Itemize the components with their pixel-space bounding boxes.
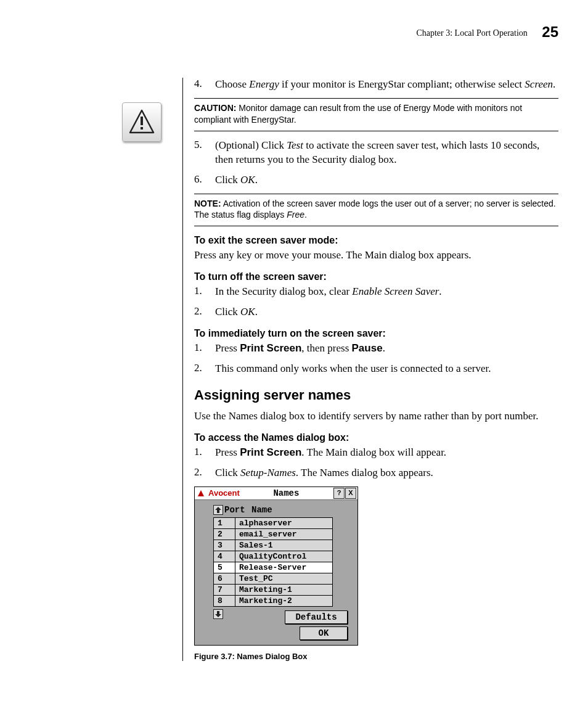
table-row[interactable]: 5Release-Server [214, 562, 333, 573]
figure-caption: Figure 3.7: Names Dialog Box [194, 652, 558, 661]
col-port[interactable]: Port [224, 505, 251, 515]
step-5: 5. (Optional) Click Test to activate the… [194, 139, 558, 167]
port-cell: 2 [214, 528, 235, 540]
table-row[interactable]: 7Marketing-1 [214, 584, 333, 595]
page-header: Chapter 3: Local Port Operation 25 [30, 23, 558, 41]
name-cell: alphaserver [235, 517, 333, 528]
sort-icon[interactable] [213, 505, 223, 515]
port-cell: 5 [214, 562, 235, 573]
name-cell: Test_PC [235, 573, 333, 584]
svg-marker-4 [215, 507, 221, 513]
turnoff-step-1: 1. In the Security dialog box, clear Ena… [194, 285, 558, 299]
step-text: (Optional) Click Test to activate the sc… [215, 139, 558, 167]
col-name[interactable]: Name [251, 505, 272, 515]
table-row[interactable]: 3Sales-1 [214, 540, 333, 551]
caution-icon [122, 102, 161, 142]
step-text: Choose Energy if your monitor is EnergyS… [215, 78, 558, 92]
access-step-2: 2. Click Setup-Names. The Names dialog b… [194, 466, 558, 480]
note-label: NOTE: [194, 199, 221, 208]
ok-button[interactable]: OK [300, 626, 348, 640]
table-row[interactable]: 2email_server [214, 528, 333, 540]
note-callout: NOTE: Activation of the screen saver mod… [194, 194, 558, 227]
name-cell: Marketing-2 [235, 595, 333, 606]
defaults-button[interactable]: Defaults [285, 610, 348, 624]
port-cell: 8 [214, 595, 235, 606]
vertical-rule [182, 78, 189, 661]
names-table: 1alphaserver2email_server3Sales-14Qualit… [213, 517, 333, 607]
turnon-step-1: 1. Press Print Screen, then press Pause. [194, 342, 558, 356]
turnoff-step-2: 2. Click OK. [194, 305, 558, 319]
brand-logo-icon [196, 488, 206, 498]
port-cell: 6 [214, 573, 235, 584]
dialog-titlebar: Avocent Names ? X [195, 487, 357, 500]
subhead-turnoff: To turn off the screen saver: [194, 271, 558, 282]
subhead-turnon: To immediately turn on the screen saver: [194, 328, 558, 339]
column-headers: Port Name [213, 505, 353, 515]
close-button[interactable]: X [345, 488, 356, 499]
caution-callout: CAUTION: Monitor damage can result from … [194, 98, 558, 131]
step-number: 5. [194, 139, 215, 167]
port-cell: 4 [214, 551, 235, 562]
table-row[interactable]: 4QualityControl [214, 551, 333, 562]
access-step-1: 1. Press Print Screen. The Main dialog b… [194, 446, 558, 460]
names-dialog: Avocent Names ? X Port Name 1alphaserver… [194, 486, 358, 646]
name-cell: Marketing-1 [235, 584, 333, 595]
turnon-step-2: 2. This command only works when the user… [194, 362, 558, 376]
caution-label: CAUTION: [194, 103, 236, 113]
table-row[interactable]: 8Marketing-2 [214, 595, 333, 606]
step-4: 4. Choose Energy if your monitor is Ener… [194, 78, 558, 92]
subhead-exit: To exit the screen saver mode: [194, 235, 558, 246]
para: Use the Names dialog box to identify ser… [194, 409, 558, 424]
svg-marker-3 [198, 490, 204, 496]
name-cell: Sales-1 [235, 540, 333, 551]
step-number: 4. [194, 78, 215, 92]
chapter-title: Chapter 3: Local Port Operation [416, 28, 527, 38]
step-text: Click OK. [215, 173, 558, 187]
name-cell: QualityControl [235, 551, 333, 562]
para: Press any key or move your mouse. The Ma… [194, 248, 558, 263]
name-cell: email_server [235, 528, 333, 540]
dialog-title: Names [240, 488, 333, 498]
help-button[interactable]: ? [333, 488, 345, 499]
svg-rect-1 [141, 117, 143, 125]
page-number: 25 [542, 23, 558, 40]
svg-rect-2 [141, 127, 143, 129]
table-row[interactable]: 6Test_PC [214, 573, 333, 584]
svg-marker-5 [215, 611, 221, 617]
h2-assigning: Assigning server names [194, 387, 558, 403]
subhead-access: To access the Names dialog box: [194, 432, 558, 443]
brand-text: Avocent [208, 488, 240, 498]
port-cell: 3 [214, 540, 235, 551]
port-cell: 1 [214, 517, 235, 528]
name-cell: Release-Server [235, 562, 333, 573]
step-number: 6. [194, 173, 215, 187]
table-row[interactable]: 1alphaserver [214, 517, 333, 528]
step-6: 6. Click OK. [194, 173, 558, 187]
caution-text: Monitor damage can result from the use o… [194, 103, 522, 125]
port-cell: 7 [214, 584, 235, 595]
